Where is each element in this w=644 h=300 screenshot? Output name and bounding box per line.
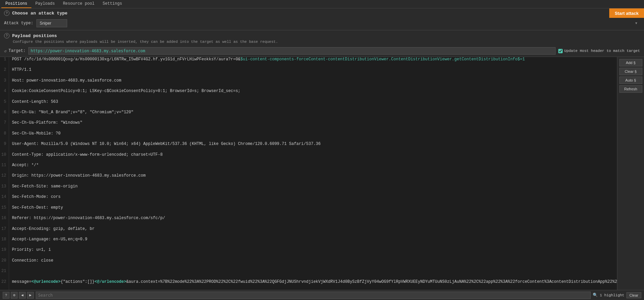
table-row: 4Cookie:CookieConsentPolicy=0:1; LSKey-c… <box>0 89 617 99</box>
attack-type-select-wrapper: Sniper Battering ram Pitchfork Cluster b… <box>36 19 640 27</box>
back-button[interactable]: ◀ <box>19 292 26 299</box>
line-number: 22 <box>0 279 9 290</box>
payload-description: Configure the positions where payloads w… <box>0 40 644 46</box>
refresh-small-icon[interactable]: ↺ <box>4 49 6 54</box>
tab-positions[interactable]: Positions <box>1 0 31 8</box>
status-icons: ? ⚙ ◀ ▶ <box>3 292 34 299</box>
code-area: 1POST /sfc/1d/Hs000001Qoxg/a/Hs00000130x… <box>0 57 617 290</box>
table-row: 7Sec-Ch-Ua-Platform: "Windows" <box>0 120 617 131</box>
line-content: Cookie:CookieConsentPolicy=0:1; LSKey-c$… <box>9 89 617 99</box>
table-row: 13Sec-Fetch-Site: same-origin <box>0 184 617 194</box>
payload-section-title: Payload positions <box>12 33 57 38</box>
table-row: 11Accept: */* <box>0 163 617 173</box>
table-row: 22message=<@urlencode>{"actions":[]}<@/u… <box>0 279 617 290</box>
line-number: 14 <box>0 194 9 205</box>
line-number: 4 <box>0 89 9 99</box>
update-host-label: Update Host header to match target <box>564 49 640 53</box>
line-number: 17 <box>0 227 9 237</box>
line-number: 9 <box>0 142 9 152</box>
target-row: ↺ Target: Update Host header to match ta… <box>0 46 644 57</box>
line-content: Sec-Fetch-Mode: cors <box>9 194 617 205</box>
line-number: 5 <box>0 99 9 110</box>
help-icon[interactable]: ? <box>4 10 9 16</box>
line-content: Sec-Fetch-Dest: empty <box>9 205 617 216</box>
line-number: 10 <box>0 152 9 163</box>
help-status-icon[interactable]: ? <box>3 292 9 299</box>
line-number: 3 <box>0 78 9 89</box>
table-row: 20Connection: close <box>0 258 617 269</box>
start-attack-button[interactable]: Start attack <box>609 8 644 18</box>
table-row: 19Priority: u=1, i <box>0 247 617 258</box>
line-content: HTTP/1.1 <box>9 67 617 78</box>
attack-type-label: Attack type: <box>4 21 33 26</box>
auto-button[interactable]: Auto § <box>619 77 642 84</box>
code-editor[interactable]: 1POST /sfc/1d/Hs000001Qoxg/a/Hs00000130x… <box>0 57 617 290</box>
tab-resource-pool[interactable]: Resource pool <box>59 0 99 8</box>
line-content: User-Agent: Mozilla/5.0 (Windows NT 10.0… <box>9 142 617 152</box>
refresh-button[interactable]: Refresh <box>619 85 642 93</box>
line-content: Sec-Ch-Ua-Mobile: ?0 <box>9 131 617 142</box>
line-content: Sec-Ch-Ua: "Not_A Brand";v="8", "Chromiu… <box>9 110 617 120</box>
table-row: 6Sec-Ch-Ua: "Not_A Brand";v="8", "Chromi… <box>0 110 617 120</box>
line-number: 18 <box>0 237 9 247</box>
line-content: Sec-Ch-Ua-Platform: "Windows" <box>9 120 617 131</box>
target-label: ↺ Target: <box>4 49 26 54</box>
line-content: message=<@urlencode>{"actions":[]}<@/url… <box>9 279 617 290</box>
line-content: Priority: u=1, i <box>9 247 617 258</box>
settings-status-icon[interactable]: ⚙ <box>11 292 18 299</box>
line-content: Content-Type: application/x-www-form-url… <box>9 152 617 163</box>
top-bar: ? Choose an attack type Start attack <box>0 8 644 18</box>
line-content: Origin: https://power-innovation-4683.my… <box>9 173 617 184</box>
table-row: 5Content-Length: 563 <box>0 99 617 110</box>
line-number: 16 <box>0 216 9 226</box>
clear-button[interactable]: Clear <box>626 292 641 298</box>
search-input[interactable] <box>36 292 591 299</box>
table-row: 10Content-Type: application/x-www-form-u… <box>0 152 617 163</box>
tab-settings[interactable]: Settings <box>99 0 126 8</box>
payload-section: ? Payload positions Configure the positi… <box>0 30 644 290</box>
update-host-row: Update Host header to match target <box>558 49 640 53</box>
search-icon: 🔍 <box>593 293 598 298</box>
table-row: 2HTTP/1.1 <box>0 67 617 78</box>
table-row: 16Referer: https://power-innovation-4683… <box>0 216 617 226</box>
line-number: 2 <box>0 67 9 78</box>
line-content: POST /sfc/1d/Hs000001Qoxg/a/Hs00000130xg… <box>9 57 617 67</box>
table-row: 12Origin: https://power-innovation-4683.… <box>0 173 617 184</box>
table-row: 8Sec-Ch-Ua-Mobile: ?0 <box>0 131 617 142</box>
tab-payloads[interactable]: Payloads <box>31 0 59 8</box>
line-content: Referer: https://power-innovation-4683.m… <box>9 216 617 226</box>
payload-help-icon[interactable]: ? <box>4 33 9 38</box>
attack-type-select[interactable]: Sniper Battering ram Pitchfork Cluster b… <box>36 19 67 27</box>
line-content: Accept-Encoding: gzip, deflate, br <box>9 227 617 237</box>
table-row: 14Sec-Fetch-Mode: cors <box>0 194 617 205</box>
target-input[interactable] <box>28 47 556 55</box>
line-number: 21 <box>0 269 9 279</box>
line-content: Sec-Fetch-Site: same-origin <box>9 184 617 194</box>
line-number: 7 <box>0 120 9 131</box>
add-button[interactable]: Add § <box>619 59 642 66</box>
table-row: 18Accept-Language: en-US,en;q=0.9 <box>0 237 617 247</box>
clear-section-button[interactable]: Clear § <box>619 68 642 75</box>
status-bar: ? ⚙ ◀ ▶ 🔍 1 highlight Clear <box>0 290 644 300</box>
line-number: 8 <box>0 131 9 142</box>
line-content: Content-Length: 563 <box>9 99 617 110</box>
main-content: ? Choose an attack type Start attack Att… <box>0 8 644 300</box>
editor-sidebar: Add § Clear § Auto § Refresh <box>617 57 644 290</box>
highlight-count: 1 highlight <box>600 293 624 297</box>
line-number: 12 <box>0 173 9 184</box>
update-host-checkbox[interactable] <box>558 49 563 53</box>
page-title: Choose an attack type <box>12 11 68 16</box>
table-row: 15Sec-Fetch-Dest: empty <box>0 205 617 216</box>
editor-container: 1POST /sfc/1d/Hs000001Qoxg/a/Hs00000130x… <box>0 57 644 290</box>
line-number: 20 <box>0 258 9 269</box>
line-number: 15 <box>0 205 9 216</box>
forward-button[interactable]: ▶ <box>27 292 34 299</box>
line-content: Host: power-innovation-4683.my.salesforc… <box>9 78 617 89</box>
line-number: 6 <box>0 110 9 120</box>
line-number: 11 <box>0 163 9 173</box>
table-row: 9User-Agent: Mozilla/5.0 (Windows NT 10.… <box>0 142 617 152</box>
line-content: Accept: */* <box>9 163 617 173</box>
line-number: 1 <box>0 57 9 67</box>
table-row: 17Accept-Encoding: gzip, deflate, br <box>0 227 617 237</box>
tab-bar: Positions Payloads Resource pool Setting… <box>0 0 644 8</box>
